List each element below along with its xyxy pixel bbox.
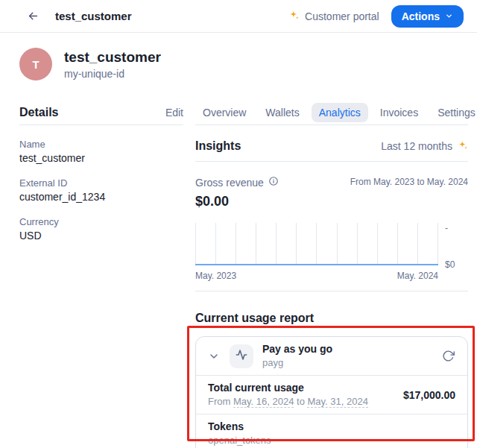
tab-overview[interactable]: Overview (195, 103, 253, 122)
usage-plan-card: Pay as you go payg Total current usage F… (195, 336, 468, 448)
collapse-chevron-icon[interactable] (208, 350, 220, 362)
detail-field-name: Name test_customer (19, 139, 183, 164)
gross-revenue-value: $0.00 (195, 194, 468, 209)
field-value: test_customer (19, 152, 183, 164)
metric-name: Tokens (208, 420, 455, 433)
usage-report-title: Current usage report (195, 312, 468, 325)
total-usage-period: From May. 16, 2024 to May. 31, 2024 (208, 396, 394, 408)
edit-button[interactable]: Edit (165, 107, 183, 119)
metric-info: Tokens openai_tokens (208, 420, 455, 447)
insights-title: Insights (195, 139, 241, 153)
period-connector: to (297, 396, 305, 407)
gross-revenue-label: Gross revenue (195, 177, 264, 189)
gross-revenue-chart: May. 2023 May. 2024 - $0 (195, 223, 468, 281)
metric-code: openai_tokens (208, 435, 455, 447)
period-end-date[interactable]: May. 31, 2024 (307, 396, 367, 408)
page-title: test_customer (55, 10, 277, 22)
field-label: Currency (19, 216, 183, 227)
y-axis-zero-label: $0 (445, 259, 455, 270)
customer-header: T test_customer my-unique-id (19, 48, 458, 81)
tab-bar: Overview Wallets Analytics Invoices Sett… (195, 100, 468, 125)
period-start-date[interactable]: May. 16, 2024 (233, 396, 294, 408)
field-value: customer_id_1234 (19, 191, 183, 203)
x-axis-end-label: May. 2024 (397, 271, 438, 281)
tab-analytics[interactable]: Analytics (312, 103, 368, 122)
top-bar: test_customer Customer portal Actions (0, 0, 477, 33)
total-usage-label: Total current usage (208, 382, 394, 394)
chart-y-axis: - $0 (438, 223, 468, 270)
actions-button[interactable]: Actions (391, 5, 464, 28)
activity-pulse-icon (236, 349, 247, 364)
insights-header: Insights Last 12 months (195, 139, 468, 162)
customer-unique-id: my-unique-id (64, 68, 161, 80)
plan-identity: Pay as you go payg (262, 343, 433, 369)
field-label: External ID (19, 177, 183, 189)
chart-plot-area: May. 2023 May. 2024 (195, 223, 438, 281)
customer-portal-link[interactable]: Customer portal (288, 10, 379, 23)
field-value: USD (19, 230, 183, 242)
analytics-panel: Overview Wallets Analytics Invoices Sett… (195, 100, 468, 448)
info-icon[interactable] (268, 176, 279, 189)
customer-name: test_customer (64, 48, 161, 66)
period-selector[interactable]: Last 12 months (381, 140, 468, 153)
customer-portal-label: Customer portal (305, 10, 379, 22)
chart-gridlines (195, 223, 438, 265)
total-usage-amount: $17,000.00 (403, 389, 455, 401)
sparkle-icon (458, 140, 468, 153)
detail-field-currency: Currency USD (19, 216, 183, 242)
period-prefix: From (208, 396, 230, 407)
chart-x-axis: May. 2023 May. 2024 (195, 271, 438, 281)
detail-field-external-id: External ID customer_id_1234 (19, 177, 183, 203)
gross-revenue-header: Gross revenue From May. 2023 to May. 202… (195, 176, 468, 189)
tab-settings[interactable]: Settings (430, 103, 477, 122)
total-usage-row: Total current usage From May. 16, 2024 t… (196, 375, 467, 414)
tab-wallets[interactable]: Wallets (258, 103, 306, 122)
sparkle-icon (288, 10, 300, 23)
metric-row: Tokens openai_tokens (196, 414, 467, 448)
section-divider (195, 291, 468, 291)
gross-revenue-range: From May. 2023 to May. 2024 (350, 176, 468, 187)
refresh-icon[interactable] (442, 350, 455, 363)
y-axis-top-label: - (445, 223, 448, 233)
usage-report-section: Pay as you go payg Total current usage F… (195, 336, 468, 448)
customer-identity: test_customer my-unique-id (64, 48, 161, 81)
back-arrow-icon[interactable] (25, 9, 40, 24)
avatar: T (19, 48, 52, 81)
actions-button-label: Actions (402, 10, 440, 22)
plan-header-row: Pay as you go payg (196, 337, 467, 375)
avatar-initial: T (32, 58, 39, 71)
period-label: Last 12 months (381, 140, 452, 152)
main-content: Details Edit Name test_customer External… (0, 100, 477, 448)
gross-revenue-label-group: Gross revenue (195, 176, 279, 189)
total-usage-info: Total current usage From May. 16, 2024 t… (208, 382, 394, 408)
chevron-down-icon (445, 10, 453, 22)
details-header: Details Edit (19, 100, 183, 125)
field-label: Name (19, 139, 183, 150)
details-title: Details (19, 106, 58, 119)
details-panel: Details Edit Name test_customer External… (19, 100, 183, 242)
tab-invoices[interactable]: Invoices (373, 103, 426, 122)
plan-code: payg (262, 357, 433, 369)
plan-tile (230, 344, 253, 368)
plan-name: Pay as you go (262, 343, 433, 356)
x-axis-start-label: May. 2023 (195, 271, 236, 281)
